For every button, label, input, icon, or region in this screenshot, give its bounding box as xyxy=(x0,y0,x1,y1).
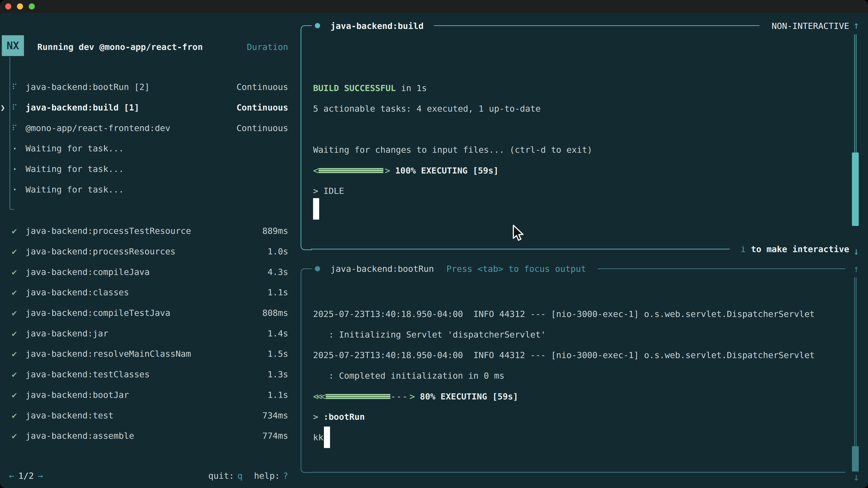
close-button[interactable] xyxy=(5,3,11,9)
task-name: Waiting for task... xyxy=(26,143,288,153)
completed-task-row[interactable]: ✔java-backend:bootJar1.1s xyxy=(0,385,301,405)
bootrun-pane-left-border xyxy=(301,277,301,463)
quit-label: quit: xyxy=(209,471,234,481)
selection-caret-icon: ❯ xyxy=(0,103,5,112)
completed-task-row[interactable]: ✔java-backend:test734ms xyxy=(0,405,301,426)
completed-task-row[interactable]: ✔java-backend:assemble774ms xyxy=(0,426,301,446)
sidebar-footer: ← 1/2 → quit: q help: ? xyxy=(0,466,301,486)
completed-task-row[interactable]: ✔java-backend:jar1.4s xyxy=(0,323,301,344)
task-row[interactable]: ⠏java-backend:bootRun [2]Continuous xyxy=(0,77,301,97)
task-status: Continuous xyxy=(237,123,288,133)
build-pane-status-dot-icon xyxy=(315,23,320,28)
completed-task-row[interactable]: ✔java-backend:classes1.1s xyxy=(0,282,301,303)
spinner-icon: ⠏ xyxy=(0,124,26,133)
task-duration: 1.0s xyxy=(268,247,288,256)
task-name: java-backend:bootJar xyxy=(26,390,268,400)
task-name: java-backend:compileJava xyxy=(26,267,268,277)
build-pane-mode-badge: NON-INTERACTIVE xyxy=(772,16,849,36)
task-duration: 1.4s xyxy=(268,328,288,338)
task-duration: 1.3s xyxy=(268,369,288,379)
task-duration: 889ms xyxy=(262,226,288,236)
help-key: ? xyxy=(283,471,288,481)
build-scrollbar-track[interactable] xyxy=(854,34,857,153)
completed-task-row[interactable]: ✔java-backend:processResources1.0s xyxy=(0,241,301,262)
build-scroll-down-icon[interactable]: ↓ xyxy=(851,241,861,261)
bootrun-pane-top-border xyxy=(598,268,845,269)
checkmark-icon: ✔ xyxy=(0,247,26,256)
build-waiting-line: Waiting for changes to input files... (c… xyxy=(313,140,592,160)
task-name: java-backend:test xyxy=(26,411,262,420)
task-status: Continuous xyxy=(237,82,288,92)
completed-task-row[interactable]: ✔java-backend:testClasses1.3s xyxy=(0,364,301,385)
completed-task-row[interactable]: ✔java-backend:compileJava4.3s xyxy=(0,262,301,282)
bootrun-scroll-down-icon[interactable]: ↓ xyxy=(851,467,861,487)
checkmark-icon: ✔ xyxy=(0,267,26,277)
bootrun-pane-title[interactable]: java-backend:bootRun xyxy=(331,259,434,279)
checkmark-icon: ✔ xyxy=(0,390,26,400)
checkmark-icon: ✔ xyxy=(0,308,26,318)
running-task-list: ⠏java-backend:bootRun [2]Continuous❯⠏jav… xyxy=(0,77,301,200)
run-command-title: Running dev @mono-app/react-fron xyxy=(37,42,247,52)
task-duration: 808ms xyxy=(262,308,288,318)
task-name: java-backend:resolveMainClassNam xyxy=(26,349,268,359)
build-pane-title[interactable]: java-backend:build xyxy=(331,16,424,36)
bootrun-progress-bar: <<< --- > 80% EXECUTING [59s] xyxy=(313,386,518,407)
task-name: @mono-app/react-frontend:dev xyxy=(26,123,237,133)
log-line: : Initializing Servlet 'dispatcherServle… xyxy=(313,324,815,345)
task-name: java-backend:build [1] xyxy=(26,103,237,112)
bootrun-scrollbar-track[interactable] xyxy=(854,278,857,446)
bootrun-scroll-up-icon[interactable]: ↑ xyxy=(851,259,861,279)
build-pane-bottom-border xyxy=(311,249,730,250)
task-name: java-backend:jar xyxy=(26,328,268,338)
bootrun-pane-bottom-border xyxy=(311,472,845,473)
bootrun-progress-label: 80% EXECUTING [59s] xyxy=(420,392,518,401)
keyboard-hints: quit: q help: ? xyxy=(209,471,288,481)
log-line: 2025-07-23T13:40:18.950-04:00 INFO 44312… xyxy=(313,304,815,324)
bootrun-terminal-cursor xyxy=(324,427,330,448)
sidebar-header: Running dev @mono-app/react-fron Duratio… xyxy=(0,37,301,57)
build-terminal-cursor xyxy=(313,198,319,220)
task-row-selected[interactable]: ❯⠏java-backend:build [1]Continuous xyxy=(0,97,301,118)
next-page-arrow-icon[interactable]: → xyxy=(38,471,43,481)
log-line: 2025-07-23T13:40:18.950-04:00 INFO 44312… xyxy=(313,345,815,365)
checkmark-icon: ✔ xyxy=(0,349,26,359)
bootrun-pane-status-dot-icon xyxy=(315,266,320,271)
build-pane-left-border xyxy=(301,34,301,240)
task-name: java-backend:bootRun [2] xyxy=(26,82,237,92)
task-name: java-backend:classes xyxy=(26,287,268,297)
task-name: java-backend:testClasses xyxy=(26,369,268,379)
bootrun-prompt-line: > :bootRun xyxy=(313,407,365,427)
progress-remaining-dashes: --- xyxy=(391,391,408,402)
task-row[interactable]: ⠏@mono-app/react-frontend:devContinuous xyxy=(0,118,301,138)
task-row[interactable]: ·Waiting for task... xyxy=(0,159,301,180)
checkmark-icon: ✔ xyxy=(0,287,26,297)
progress-bar-fill xyxy=(318,168,383,173)
build-result-line: BUILD SUCCESSFUL in 1s xyxy=(313,78,427,98)
task-row[interactable]: ·Waiting for task... xyxy=(0,138,301,159)
completed-task-row[interactable]: ✔java-backend:resolveMainClassNam1.5s xyxy=(0,344,301,364)
task-name: java-backend:assemble xyxy=(26,431,262,441)
progress-right-arrow-icon: > xyxy=(408,391,415,402)
completed-task-row[interactable]: ✔java-backend:processTestResource889ms xyxy=(0,221,301,241)
build-scroll-up-icon[interactable]: ↑ xyxy=(851,15,861,35)
task-row[interactable]: ·Waiting for task... xyxy=(0,179,301,200)
completed-task-list: ✔java-backend:processTestResource889ms✔j… xyxy=(0,221,301,446)
minimize-button[interactable] xyxy=(17,3,23,9)
checkmark-icon: ✔ xyxy=(0,226,26,236)
page-indicator: 1/2 xyxy=(18,471,34,481)
build-pane-bottom-left-corner xyxy=(301,239,312,250)
titlebar xyxy=(0,0,868,13)
prev-page-arrow-icon[interactable]: ← xyxy=(9,471,14,481)
build-scrollbar-thumb[interactable] xyxy=(852,153,859,226)
build-progress-bar: < > 100% EXECUTING [59s] xyxy=(313,160,499,181)
focus-output-hint: Press <tab> to focus output xyxy=(446,259,586,279)
log-line: : Completed initialization in 0 ms xyxy=(313,365,815,386)
task-duration: 4.3s xyxy=(268,267,288,277)
checkmark-icon: ✔ xyxy=(0,431,26,441)
completed-task-row[interactable]: ✔java-backend:compileTestJava808ms xyxy=(0,303,301,323)
bootrun-pane-bottom-left-corner xyxy=(301,462,312,473)
task-name: java-backend:compileTestJava xyxy=(26,308,262,318)
spinner-icon: ⠏ xyxy=(0,83,26,92)
maximize-button[interactable] xyxy=(29,3,35,9)
bootrun-typed-input[interactable]: kk xyxy=(313,427,323,448)
